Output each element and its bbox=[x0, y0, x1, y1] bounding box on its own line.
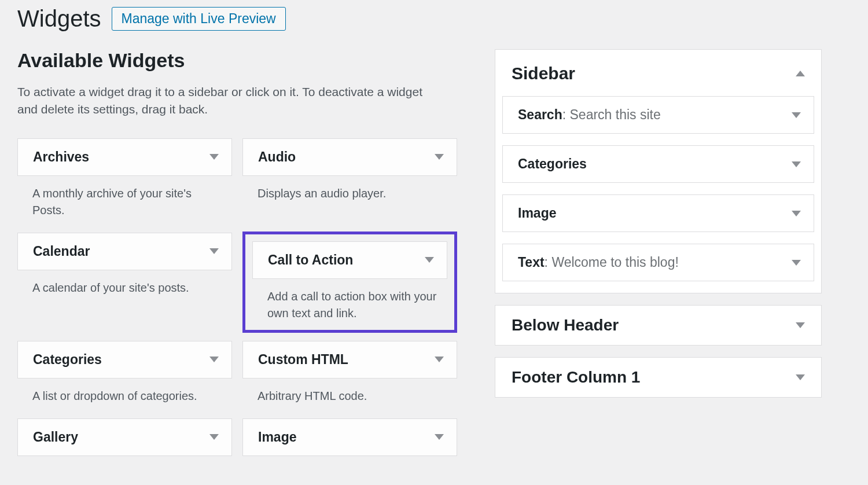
chevron-up-icon bbox=[796, 71, 805, 76]
placed-widget-search-subtitle: Search this site bbox=[570, 107, 661, 122]
placed-widget-image[interactable]: Image bbox=[502, 194, 814, 232]
widget-archives-title: Archives bbox=[33, 149, 89, 165]
chevron-down-icon bbox=[796, 322, 805, 328]
widget-image-header[interactable]: Image bbox=[242, 418, 457, 456]
placed-widget-categories-label: Categories bbox=[518, 156, 587, 172]
widget-audio-description: Displays an audio player. bbox=[242, 176, 457, 204]
chevron-down-icon bbox=[209, 434, 219, 440]
widget-categories-header[interactable]: Categories bbox=[17, 341, 232, 379]
chevron-down-icon bbox=[792, 161, 801, 167]
chevron-down-icon bbox=[792, 211, 801, 216]
widget-audio: Audio Displays an audio player. bbox=[242, 138, 457, 233]
available-widgets-column: Available Widgets To activate a widget d… bbox=[17, 49, 457, 468]
area-sidebar-title: Sidebar bbox=[512, 64, 575, 83]
widget-calendar: Calendar A calendar of your site's posts… bbox=[17, 233, 232, 341]
available-widgets-description: To activate a widget drag it to a sideba… bbox=[17, 83, 422, 119]
chevron-down-icon bbox=[792, 112, 801, 118]
widget-call-to-action-title: Call to Action bbox=[268, 252, 353, 268]
widget-gallery-header[interactable]: Gallery bbox=[17, 418, 232, 456]
manage-live-preview-button[interactable]: Manage with Live Preview bbox=[112, 7, 286, 31]
widget-custom-html-title: Custom HTML bbox=[258, 352, 348, 368]
widget-calendar-title: Calendar bbox=[33, 244, 90, 259]
area-footer-column-1: Footer Column 1 bbox=[495, 357, 822, 398]
placed-widget-text-subtitle: Welcome to this blog! bbox=[551, 255, 678, 270]
chevron-down-icon bbox=[435, 357, 444, 362]
area-footer-column-1-header[interactable]: Footer Column 1 bbox=[495, 358, 821, 397]
placed-widget-search-name: Search bbox=[518, 107, 562, 122]
widget-audio-title: Audio bbox=[258, 149, 296, 165]
available-widgets-grid: Archives A monthly archive of your site'… bbox=[17, 138, 457, 468]
available-widgets-title: Available Widgets bbox=[17, 49, 457, 72]
chevron-down-icon bbox=[425, 257, 434, 263]
chevron-down-icon bbox=[435, 154, 444, 160]
placed-widget-search[interactable]: Search: Search this site bbox=[502, 96, 814, 134]
area-sidebar: Sidebar Search: Search this site Categor… bbox=[495, 49, 822, 293]
placed-widget-image-label: Image bbox=[518, 205, 556, 221]
widget-image-title: Image bbox=[258, 429, 296, 445]
area-below-header-header[interactable]: Below Header bbox=[495, 306, 821, 345]
widget-archives: Archives A monthly archive of your site'… bbox=[17, 138, 232, 233]
chevron-down-icon bbox=[209, 357, 219, 362]
widget-categories-title: Categories bbox=[33, 352, 102, 368]
area-sidebar-body: Search: Search this site Categories Imag… bbox=[495, 96, 821, 293]
widget-categories: Categories A list or dropdown of categor… bbox=[17, 341, 232, 418]
page-header: Widgets Manage with Live Preview bbox=[17, 6, 851, 32]
chevron-down-icon bbox=[209, 248, 219, 254]
widget-areas-column: Sidebar Search: Search this site Categor… bbox=[495, 49, 822, 468]
placed-widget-categories[interactable]: Categories bbox=[502, 145, 814, 183]
widget-call-to-action-highlight: Call to Action Add a call to action box … bbox=[242, 232, 457, 333]
chevron-down-icon bbox=[792, 260, 801, 266]
area-below-header-title: Below Header bbox=[512, 316, 619, 335]
chevron-down-icon bbox=[796, 374, 805, 380]
widget-calendar-header[interactable]: Calendar bbox=[17, 233, 232, 270]
widget-custom-html: Custom HTML Arbitrary HTML code. bbox=[242, 341, 457, 418]
widget-call-to-action-description: Add a call to action box with your own t… bbox=[252, 279, 447, 323]
placed-widget-search-label: Search: Search this site bbox=[518, 107, 661, 123]
placed-widget-text[interactable]: Text: Welcome to this blog! bbox=[502, 244, 814, 281]
area-below-header: Below Header bbox=[495, 305, 822, 346]
placed-widget-text-name: Text bbox=[518, 255, 545, 270]
area-footer-column-1-title: Footer Column 1 bbox=[512, 368, 640, 387]
chevron-down-icon bbox=[435, 434, 444, 440]
widget-image: Image bbox=[242, 418, 457, 468]
widget-audio-header[interactable]: Audio bbox=[242, 138, 457, 176]
widget-call-to-action-header[interactable]: Call to Action bbox=[252, 241, 447, 279]
placed-widget-text-label: Text: Welcome to this blog! bbox=[518, 255, 679, 270]
widget-custom-html-description: Arbitrary HTML code. bbox=[242, 379, 457, 407]
widget-gallery: Gallery bbox=[17, 418, 232, 468]
widget-categories-description: A list or dropdown of categories. bbox=[17, 379, 232, 407]
widget-calendar-description: A calendar of your site's posts. bbox=[17, 270, 232, 299]
widget-custom-html-header[interactable]: Custom HTML bbox=[242, 341, 457, 379]
widget-archives-header[interactable]: Archives bbox=[17, 138, 232, 176]
widget-gallery-title: Gallery bbox=[33, 429, 78, 445]
area-sidebar-header[interactable]: Sidebar bbox=[495, 50, 821, 96]
widget-archives-description: A monthly archive of your site's Posts. bbox=[17, 176, 232, 221]
page-title: Widgets bbox=[17, 6, 101, 32]
chevron-down-icon bbox=[209, 154, 219, 160]
